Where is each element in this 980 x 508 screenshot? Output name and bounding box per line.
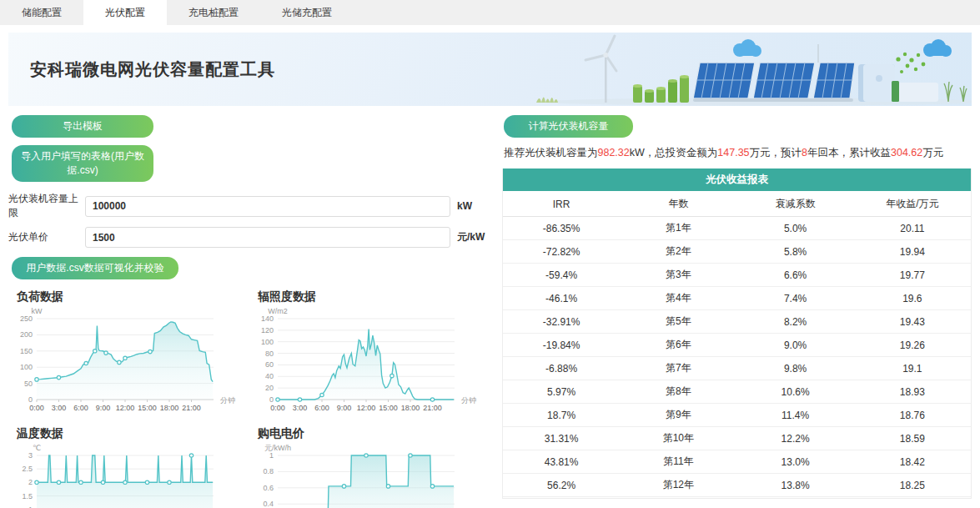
irradiance-chart-title: 辐照度数据 [258, 289, 490, 304]
table-cell: 第10年 [620, 427, 736, 450]
table-row: 18.7%第9年11.4%18.76 [503, 404, 971, 427]
svg-text:80: 80 [265, 350, 274, 358]
price-chart-title: 购电电价 [258, 426, 490, 441]
table-cell: 9.0% [737, 334, 854, 357]
svg-text:250: 250 [20, 314, 33, 323]
import-csv-button[interactable]: 导入用户填写的表格(用户数据.csv) [12, 145, 153, 182]
tab-bar: 储能配置 光伏配置 充电桩配置 光储充配置 [0, 0, 980, 25]
table-cell: 18.93 [854, 380, 971, 404]
svg-text:9:00: 9:00 [96, 404, 111, 412]
table-cell: 12.2% [737, 427, 854, 450]
svg-text:140: 140 [261, 314, 274, 323]
svg-text:40: 40 [265, 372, 274, 380]
table-cell: -72.82% [503, 240, 620, 264]
table-row: -46.1%第4年7.4%19.6 [503, 287, 971, 310]
table-row: 56.2%第12年13.8%18.25 [503, 474, 971, 497]
table-row: -32.91%第5年8.2%19.43 [503, 310, 971, 334]
svg-text:6:00: 6:00 [73, 404, 88, 412]
summary-segment: 万元，预计 [750, 147, 802, 158]
table-row: -6.88%第7年9.8%19.1 [503, 357, 971, 380]
table-title: 光伏收益报表 [503, 168, 971, 191]
temperature-chart: 温度数据 00.511.522.530:003:006:009:0012:001… [8, 420, 249, 508]
table-cell: 18.76 [854, 404, 971, 427]
table-cell: 9.8% [737, 357, 854, 380]
table-cell: 第7年 [620, 357, 736, 380]
svg-text:0.8: 0.8 [263, 467, 274, 475]
svg-text:150: 150 [20, 347, 33, 355]
svg-text:18:00: 18:00 [401, 404, 420, 412]
table-cell: 6.6% [737, 264, 854, 287]
table-cell: 20.11 [854, 217, 971, 240]
svg-text:0.4: 0.4 [263, 500, 274, 508]
summary-segment: 万元 [922, 147, 943, 158]
svg-text:20: 20 [265, 384, 274, 392]
tab-charger-config[interactable]: 充电桩配置 [167, 0, 260, 25]
calculate-capacity-button[interactable]: 计算光伏装机容量 [504, 115, 633, 138]
table-cell: 第9年 [620, 404, 736, 427]
tab-storage-config[interactable]: 储能配置 [0, 0, 83, 25]
banner: 安科瑞微电网光伏容量配置工具 [8, 33, 972, 106]
load-chart-title: 负荷数据 [17, 289, 249, 304]
table-cell: 5.8% [737, 240, 854, 264]
svg-text:12:00: 12:00 [357, 404, 376, 412]
plants-right [944, 82, 967, 102]
table-cell: 11.4% [737, 404, 854, 427]
svg-text:21:00: 21:00 [423, 404, 442, 412]
price-chart-plot: 00.20.40.60.810:003:006:009:0012:0015:00… [249, 443, 490, 508]
svg-text:3:00: 3:00 [52, 404, 67, 412]
table-cell: 8.2% [737, 310, 854, 334]
charts-grid: 负荷数据 0501001502002500:003:006:009:0012:0… [8, 283, 490, 508]
export-template-button[interactable]: 导出模板 [12, 115, 153, 138]
table-cell: 第2年 [620, 240, 736, 264]
svg-text:15:00: 15:00 [138, 404, 157, 412]
col-decay: 衰减系数 [737, 191, 854, 217]
table-cell: 18.08 [854, 497, 971, 500]
summary-segment: 年回本，累计收益 [807, 147, 891, 158]
svg-text:分钟: 分钟 [220, 396, 235, 405]
svg-text:0:00: 0:00 [270, 404, 285, 412]
table-cell: -46.1% [503, 287, 620, 310]
svg-text:kW: kW [32, 307, 43, 315]
table-cell: 31.31% [503, 427, 620, 450]
table-cell: -19.84% [503, 334, 620, 357]
pv-capacity-limit-input[interactable] [85, 196, 450, 217]
svg-text:18:00: 18:00 [160, 404, 179, 412]
table-row: -59.4%第3年6.6%19.77 [503, 264, 971, 287]
table-cell: 18.59 [854, 427, 971, 450]
pv-unit-price-row: 光伏单价 元/kW [8, 227, 490, 248]
summary-segment: 147.35 [717, 147, 749, 158]
svg-text:15:00: 15:00 [379, 404, 398, 412]
summary-segment: 8 [802, 147, 807, 158]
table-cell: 7.4% [737, 287, 854, 310]
svg-text:100: 100 [261, 338, 274, 346]
temperature-chart-title: 温度数据 [17, 426, 249, 441]
svg-text:0: 0 [269, 395, 274, 404]
tab-pv-storage-charge-config[interactable]: 光储充配置 [260, 0, 354, 25]
pv-unit-price-label: 光伏单价 [8, 230, 85, 244]
right-panel: 计算光伏装机容量 推荐光伏装机容量为982.32kW，总投资金额为147.35万… [502, 113, 972, 508]
svg-text:0.6: 0.6 [263, 484, 274, 492]
page-title: 安科瑞微电网光伏容量配置工具 [8, 58, 275, 81]
svg-text:60: 60 [265, 360, 274, 369]
svg-text:9:00: 9:00 [337, 404, 352, 412]
visualize-csv-button[interactable]: 用户数据.csv数据可视化并校验 [12, 257, 178, 279]
table-cell: 68.47% [503, 497, 620, 500]
table-cell: 19.1 [854, 357, 971, 380]
table-cell: 56.2% [503, 474, 620, 497]
pv-unit-price-unit: 元/kW [457, 230, 490, 244]
svg-text:1: 1 [269, 451, 274, 460]
table-cell: 第13年 [620, 497, 736, 500]
svg-text:50: 50 [24, 380, 33, 388]
pv-unit-price-input[interactable] [85, 227, 450, 248]
table-cell: 第1年 [620, 217, 736, 240]
table-cell: 19.43 [854, 310, 971, 334]
table-row: 68.47%第13年14.6%18.08 [503, 497, 971, 500]
temperature-chart-plot: 00.511.522.530:003:006:009:0012:0015:001… [8, 443, 249, 508]
tab-pv-config[interactable]: 光伏配置 [83, 0, 167, 25]
table-cell: 14.6% [737, 497, 854, 500]
banner-illustration [521, 33, 972, 106]
svg-text:℃: ℃ [33, 444, 41, 452]
table-cell: 19.26 [854, 334, 971, 357]
table-cell: 5.0% [737, 217, 854, 240]
wind-turbine-icon [585, 36, 616, 103]
